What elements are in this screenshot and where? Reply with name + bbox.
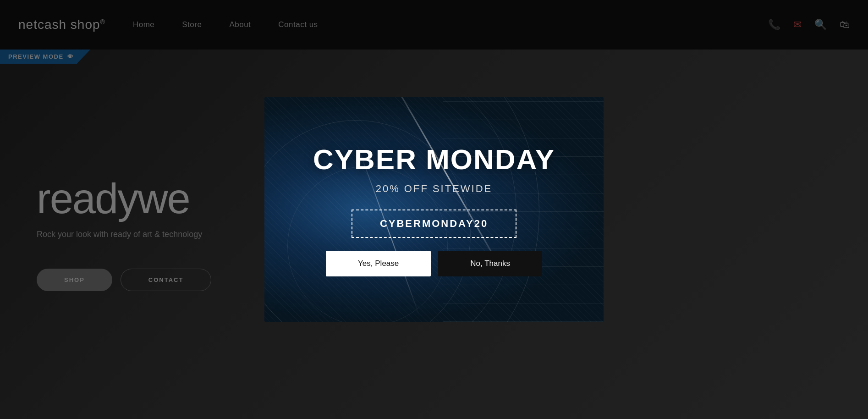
modal-body: CYBER MONDAY 20% OFF SITEWIDE CYBERMONDA… — [264, 97, 604, 322]
modal-actions: Yes, Please No, Thanks — [326, 251, 542, 276]
promo-modal: CYBER MONDAY 20% OFF SITEWIDE CYBERMONDA… — [264, 97, 604, 322]
yes-please-button[interactable]: Yes, Please — [326, 251, 431, 276]
modal-title: CYBER MONDAY — [313, 143, 555, 176]
modal-subtitle: 20% OFF SITEWIDE — [376, 183, 493, 195]
coupon-box: CYBERMONDAY20 — [352, 210, 516, 238]
no-thanks-button[interactable]: No, Thanks — [438, 251, 542, 276]
coupon-code: CYBERMONDAY20 — [380, 218, 488, 229]
